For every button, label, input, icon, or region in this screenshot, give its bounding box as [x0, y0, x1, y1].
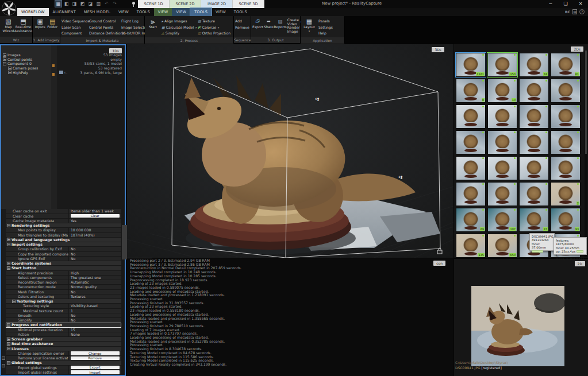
ribbon-tab-mesh-model[interactable]: MESH MODEL [80, 8, 114, 16]
settings-section[interactable]: −Global settings [6, 361, 121, 365]
layout-preset-icon[interactable]: ◨ [71, 1, 78, 7]
view-tab-scene-1d[interactable]: SCENE 1D [138, 0, 170, 8]
setting-value[interactable]: No [69, 318, 121, 322]
ribbon-tab-alignment[interactable]: ALIGNMENT [49, 8, 80, 16]
layout-preset-icon[interactable]: ◧ [63, 1, 70, 7]
image-thumbnail[interactable]: 150 [487, 53, 517, 77]
image-thumbnail[interactable] [551, 104, 581, 129]
dock-icon[interactable] [2, 356, 5, 360]
flight-log-button[interactable]: Flight Log [121, 18, 147, 25]
ribbon-tab-view[interactable]: VIEW [154, 8, 172, 16]
image-thumbnail[interactable]: 10 [487, 79, 517, 103]
preview-photo[interactable] [471, 286, 564, 366]
colorize-button[interactable]: ◩Colorize▾ [198, 25, 232, 31]
image-thumbnail[interactable]: 93 [551, 208, 581, 232]
ortho-projection-button[interactable]: ◫Ortho Projection [198, 30, 232, 37]
tree-item[interactable]: +Images53 images [1, 53, 125, 57]
settings-row[interactable]: Max points to display10 000 000 [6, 228, 121, 232]
change-button[interactable]: Change [71, 351, 120, 355]
settings-row[interactable]: Import global settingsImport [6, 370, 121, 375]
expander-icon[interactable]: + [7, 342, 10, 346]
tree-item[interactable]: +Camera poses53 registered [1, 66, 125, 71]
settings-row[interactable]: Minimal process duration15 [6, 328, 121, 332]
settings-row[interactable]: Copy the imported components to ...No [6, 252, 121, 257]
settings-section[interactable]: +Coordinate systems [6, 261, 121, 266]
settings-row[interactable]: Reconstruction regionAutomatic [6, 280, 121, 285]
settings-row[interactable]: Colors and texturingTextures [6, 294, 121, 299]
settings-row[interactable]: Maximal texture count1 [6, 309, 121, 313]
image-thumbnail[interactable]: 1161 [456, 53, 486, 77]
ground-control-button[interactable]: Ground Control [89, 18, 119, 25]
ribbon-tab-tools[interactable]: TOOLS [133, 8, 154, 16]
realitycapture-logo[interactable] [1, 1, 17, 16]
laser-scan-button[interactable]: Laser Scan [62, 25, 87, 31]
settings-section[interactable]: −Rendering settings [6, 223, 121, 228]
setting-value[interactable]: 10 000 000 [69, 228, 121, 232]
setting-value[interactable]: Textures [69, 294, 121, 299]
control-points-button[interactable]: Control Points [89, 25, 119, 31]
expander-icon[interactable]: − [7, 243, 10, 246]
image-thumbnail[interactable] [456, 104, 486, 129]
tree-scrollbar[interactable] [51, 45, 57, 209]
settings-row[interactable]: Change application ownerChange [6, 351, 121, 356]
ribbon-tab-tools[interactable]: TOOLS [230, 8, 251, 16]
reports-button[interactable]: ▤ Reports [274, 17, 287, 36]
image-thumbnail[interactable] [519, 182, 549, 206]
setting-value[interactable]: Remove [69, 356, 121, 360]
help-icon[interactable]: ? [579, 9, 585, 14]
remove-button[interactable]: Remove [71, 356, 120, 360]
view-tab-scene-2d[interactable]: SCENE 2D [170, 0, 201, 8]
expander-icon[interactable]: − [7, 361, 10, 365]
setting-value[interactable]: 107mil (40%) [69, 233, 121, 237]
setting-value[interactable]: The greatest one [69, 276, 121, 280]
document-icon[interactable]: ▤ [572, 9, 577, 14]
setting-value[interactable]: No [69, 247, 121, 251]
expander-icon[interactable]: + [8, 67, 11, 70]
scene-3d-viewport[interactable]: ↔↕ ↔↕ 3Ds [127, 44, 454, 258]
settings-row[interactable]: Clear cacheClear [6, 214, 121, 219]
settings-section[interactable]: +Visual and language settings [6, 238, 121, 242]
image-thumbnail[interactable] [519, 104, 549, 129]
setting-value[interactable]: Normal quality [69, 285, 121, 289]
setting-value[interactable]: Change [69, 351, 121, 355]
settings-section[interactable]: −Start button [6, 266, 121, 270]
expander-icon[interactable]: − [3, 62, 6, 65]
setting-value[interactable]: Import [69, 370, 121, 374]
console-panel[interactable]: Processing part 2 / 3. Estimated 2.94 GB… [127, 258, 454, 376]
scrollbar-thumb[interactable] [585, 51, 587, 154]
settings-row[interactable]: Alignment precisionHigh [6, 271, 121, 276]
tree-item[interactable]: +Control pointsempty [1, 57, 125, 62]
expander-icon[interactable]: + [7, 238, 10, 241]
image-thumbnail[interactable]: 2 [551, 182, 581, 206]
tree-item[interactable]: −Component 053/53 cams, 1 model [1, 61, 125, 66]
image-thumbnail[interactable] [487, 156, 517, 180]
expander-icon[interactable]: − [12, 300, 16, 303]
tab-2ds[interactable]: 2Ds [571, 46, 583, 52]
image-thumbnail[interactable] [551, 130, 581, 154]
tree-item[interactable]: +HighPolyr..3 parts, 6.9M tris, large [1, 70, 125, 75]
setting-value[interactable]: None [69, 332, 121, 336]
settings-row[interactable]: SmoothNo [6, 313, 121, 318]
setting-value[interactable]: Items older than 1 week [69, 209, 121, 213]
setting-value[interactable]: Automatic [69, 280, 121, 284]
panels-button[interactable]: Panels [318, 18, 338, 25]
layout-preset-icon[interactable]: ◪ [87, 1, 94, 7]
pin-icon[interactable] [131, 2, 136, 7]
calculate-model-button[interactable]: ▦Calculate Model▾ [162, 25, 196, 31]
image-thumbnail[interactable] [487, 182, 517, 206]
settings-row[interactable]: Max triangles to display (Max GPU m...10… [6, 233, 121, 238]
expander-icon[interactable]: − [7, 266, 10, 270]
image-thumbnail[interactable]: 650 [487, 234, 517, 258]
settings-row[interactable]: Group calibration by ExifNo [6, 247, 121, 251]
image-thumbnail[interactable]: 69 [456, 208, 486, 232]
view-tab-image-2d[interactable]: IMAGE 2D [201, 0, 233, 8]
undo-icon[interactable]: ↶ [103, 1, 110, 7]
image-thumbnail[interactable]: 8 [456, 79, 486, 103]
layout-button[interactable]: ▦ Layout ▾ [302, 17, 317, 37]
layout-preset-icon[interactable]: ▥ [95, 1, 102, 7]
image-thumbnail[interactable] [519, 79, 549, 103]
image-thumbnail[interactable] [519, 130, 549, 154]
layout-preset-icon[interactable]: ◩ [79, 1, 86, 7]
share-button[interactable]: ➦ Share [264, 17, 274, 36]
image-thumbnail[interactable] [487, 104, 517, 129]
